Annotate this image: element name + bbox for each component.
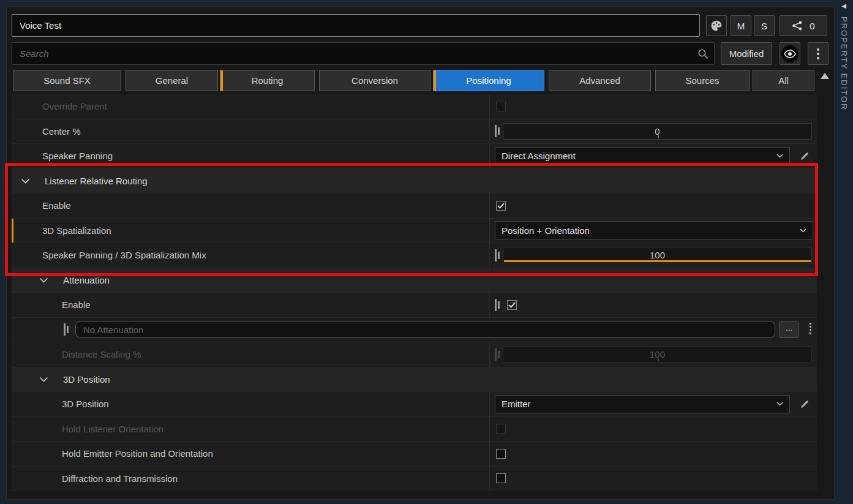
browse-button[interactable]: ... (780, 322, 799, 338)
lrr-enable-control (489, 194, 817, 218)
3d-position-value: Emitter (502, 399, 531, 409)
edit-icon[interactable] (800, 151, 810, 161)
row-attenuation-reference: No Attenuation ... (12, 318, 817, 343)
tab-routing[interactable]: Routing (220, 70, 315, 91)
center-percent-control: 0 (489, 119, 817, 144)
row-spatialization-mix: Speaker Panning / 3D Spatialization Mix … (12, 243, 817, 268)
distance-scaling-slider: 100 (495, 346, 812, 363)
slider-grip-icon (495, 125, 500, 137)
hold-listener-orientation-label: Hold Listener Orientation (12, 417, 489, 442)
slider-center-tick (658, 135, 659, 138)
hold-listener-orientation-checkbox (496, 424, 506, 434)
row-hold-listener-orientation: Hold Listener Orientation (12, 417, 817, 442)
3d-position-dropdown[interactable]: Emitter (495, 395, 790, 413)
hold-emitter-checkbox[interactable] (496, 449, 506, 459)
attenuation-title: Attenuation (63, 275, 110, 285)
slider-grip-icon (495, 348, 500, 361)
slider-grip-icon (495, 249, 500, 261)
3d-position-control: Emitter (489, 392, 817, 416)
row-3d-spatialization: 3D Spatialization Position + Orientation (12, 219, 817, 244)
distance-scaling-control: 100 (489, 342, 817, 367)
row-distance-scaling: Distance Scaling % 100 (12, 342, 817, 367)
dock-title-strip: ◀ PROPERTY EDITOR (835, 0, 853, 504)
row-lrr-enable: Enable (12, 194, 817, 219)
3d-position-section-title: 3D Position (63, 374, 110, 385)
solo-button[interactable]: S (754, 15, 775, 36)
link-count-button[interactable]: 0 (780, 15, 827, 36)
attenuation-selector-value: No Attenuation (83, 325, 143, 335)
tab-advanced[interactable]: Advanced (549, 70, 651, 91)
panel-title-vertical: PROPERTY EDITOR (840, 17, 849, 111)
section-attenuation[interactable]: Attenuation (12, 268, 817, 293)
lrr-enable-label: Enable (12, 194, 489, 218)
dock-collapse-icon[interactable]: ◀ (841, 3, 846, 9)
section-header: 3D Position (12, 367, 110, 392)
row-hold-emitter: Hold Emitter Position and Orientation (12, 442, 817, 467)
section-header: Listener Relative Routing (12, 169, 148, 194)
spatialization-mix-slider[interactable]: 100 (495, 247, 812, 263)
more-options-button[interactable] (808, 42, 829, 65)
attenuation-reference-control: No Attenuation ... (12, 318, 817, 342)
tab-sound-sfx[interactable]: Sound SFX (13, 70, 121, 91)
diffraction-checkbox[interactable] (496, 473, 506, 483)
chevron-expanded-icon[interactable] (21, 178, 30, 184)
tab-conversion[interactable]: Conversion (319, 70, 430, 91)
link-count: 0 (810, 21, 814, 31)
3d-position-label: 3D Position (12, 392, 489, 416)
spatialization-mix-label: Speaker Panning / 3D Spatialization Mix (12, 243, 489, 268)
listener-relative-routing-title: Listener Relative Routing (45, 176, 148, 186)
scroll-up-icon[interactable] (821, 73, 829, 79)
spatialization-mix-control: 100 (489, 243, 817, 268)
hold-emitter-label: Hold Emitter Position and Orientation (12, 442, 489, 466)
chevron-expanded-icon[interactable] (39, 377, 48, 382)
edit-icon[interactable] (800, 399, 810, 409)
color-palette-button[interactable] (706, 15, 727, 36)
attenuation-enable-checkbox[interactable] (507, 300, 517, 310)
section-listener-relative-routing[interactable]: Listener Relative Routing (12, 169, 817, 194)
lrr-enable-checkbox[interactable] (496, 201, 506, 211)
chevron-expanded-icon[interactable] (39, 277, 48, 283)
center-percent-slider[interactable]: 0 (495, 123, 812, 140)
speaker-panning-label: Speaker Panning (12, 144, 489, 168)
speaker-panning-value: Direct Assignment (502, 151, 576, 161)
diffraction-label: Diffraction and Transmission (12, 467, 489, 491)
tab-positioning[interactable]: Positioning (433, 70, 544, 91)
attenuation-enable-label: Enable (12, 293, 489, 317)
tab-sources[interactable]: Sources (655, 70, 750, 91)
chevron-down-icon (800, 228, 806, 233)
section-3d-position[interactable]: 3D Position (12, 367, 817, 393)
row-3d-position: 3D Position Emitter (12, 392, 817, 417)
override-parent-control (489, 94, 817, 119)
mute-button[interactable]: M (731, 15, 751, 36)
property-editor-panel: M S 0 Modified Sound SFX General Routing… (6, 6, 835, 500)
hold-emitter-control (489, 442, 817, 466)
3d-spatialization-value: Position + Orientation (502, 225, 590, 236)
share-icon (792, 21, 803, 31)
kebab-icon (810, 323, 811, 331)
spatialization-mix-value: 100 (650, 250, 665, 260)
attenuation-menu-button[interactable] (808, 323, 812, 337)
attenuation-selector-field[interactable]: No Attenuation (75, 321, 775, 338)
slider-center-tick (658, 358, 659, 361)
speaker-panning-dropdown[interactable]: Direct Assignment (495, 147, 790, 165)
visibility-button[interactable] (780, 42, 800, 65)
property-grid: Override Parent Center % 0 Speaker Panni… (12, 94, 817, 491)
slider-grip-icon (64, 323, 69, 336)
modified-indicator (12, 219, 13, 243)
object-name-input[interactable] (12, 14, 700, 37)
center-percent-label: Center % (12, 119, 489, 144)
tab-general[interactable]: General (126, 70, 218, 91)
modified-filter-button[interactable]: Modified (721, 42, 772, 65)
search-input[interactable] (12, 42, 715, 65)
check-icon (497, 203, 505, 209)
check-icon (508, 302, 516, 308)
3d-spatialization-dropdown[interactable]: Position + Orientation (495, 221, 813, 239)
row-center-percent: Center % 0 (12, 119, 817, 145)
kebab-icon (817, 48, 819, 59)
chevron-down-icon (776, 402, 783, 406)
3d-spatialization-control: Position + Orientation (489, 219, 817, 243)
diffraction-control (489, 467, 817, 491)
slider-fill-bar (504, 260, 811, 262)
speaker-panning-control: Direct Assignment (489, 144, 817, 168)
tab-all[interactable]: All (753, 70, 814, 91)
